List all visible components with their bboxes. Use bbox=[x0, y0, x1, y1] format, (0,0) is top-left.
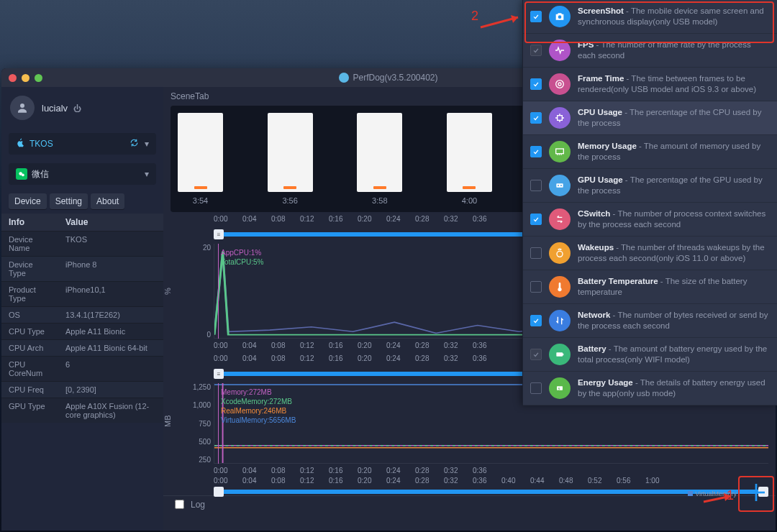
metric-text: Wakeups - The number of threads wakeups … bbox=[578, 242, 768, 264]
tick: 0:12 bbox=[300, 215, 329, 223]
metric-row-frame-time[interactable]: Frame Time - The time between frames to … bbox=[523, 68, 777, 101]
tab-about[interactable]: About bbox=[91, 193, 124, 209]
metric-row-wakeups[interactable]: Wakeups - The number of threads wakeups … bbox=[523, 237, 777, 270]
tick: 0:12 bbox=[300, 467, 329, 477]
metric-checkbox[interactable] bbox=[530, 281, 542, 293]
add-metric-button[interactable] bbox=[742, 479, 770, 506]
y-axis-label: MB bbox=[163, 416, 172, 428]
tick: 0:00 bbox=[214, 477, 242, 485]
pulse-icon bbox=[549, 40, 571, 61]
info-value: [0, 2390] bbox=[58, 382, 163, 398]
metric-checkbox[interactable] bbox=[530, 315, 542, 326]
tick: 0:16 bbox=[329, 467, 358, 477]
annotation-label-2: 2 bbox=[471, 9, 478, 24]
svg-rect-12 bbox=[556, 149, 564, 154]
metric-checkbox[interactable] bbox=[530, 45, 542, 56]
metric-text: Energy Usage - The details of battery en… bbox=[578, 377, 768, 399]
metric-row-battery-temperature[interactable]: Battery Temperature - The size of the ba… bbox=[523, 270, 777, 304]
chart-cursor[interactable] bbox=[218, 244, 219, 339]
app-selector[interactable]: 微信 ▾ bbox=[9, 163, 156, 185]
metric-row-gpu-usage[interactable]: GPU Usage - The percentage of the GPU us… bbox=[523, 169, 777, 203]
tick: 0:32 bbox=[444, 467, 473, 477]
metric-checkbox[interactable] bbox=[530, 78, 542, 90]
metric-checkbox[interactable] bbox=[530, 214, 542, 225]
tick: 0:56 bbox=[617, 477, 645, 485]
metric-checkbox[interactable] bbox=[530, 382, 542, 394]
metric-checkbox[interactable] bbox=[530, 247, 542, 259]
chart-cursor[interactable] bbox=[218, 383, 219, 464]
timeline-handle[interactable]: ≡ bbox=[214, 229, 224, 239]
metric-row-screenshot[interactable]: ScreenShot - The mobile device same scre… bbox=[523, 0, 777, 34]
metric-text: FPS - The number of frame rate by the pr… bbox=[578, 40, 768, 61]
tick: 0:16 bbox=[329, 341, 358, 352]
app-logo-icon bbox=[339, 73, 349, 83]
wake-icon bbox=[549, 242, 571, 264]
screenshot-thumb[interactable] bbox=[178, 113, 223, 192]
tick: 0:16 bbox=[329, 215, 358, 223]
tick: 0:00 bbox=[214, 341, 242, 352]
tick: 0:32 bbox=[444, 215, 473, 223]
tick: 0:36 bbox=[473, 354, 501, 362]
tick: 0:36 bbox=[473, 467, 501, 477]
metric-row-cpu-usage[interactable]: CPU Usage - The percentage of the CPU us… bbox=[523, 101, 777, 135]
power-icon[interactable]: ⏻ bbox=[73, 104, 81, 113]
tick: 0:40 bbox=[501, 477, 530, 485]
tab-setting[interactable]: Setting bbox=[50, 193, 88, 209]
tick: 1:00 bbox=[645, 477, 674, 485]
tick: 0:24 bbox=[386, 467, 415, 477]
chevron-down-icon[interactable]: ▾ bbox=[145, 139, 149, 149]
refresh-icon[interactable] bbox=[130, 138, 139, 150]
timeline-ruler-bottom[interactable]: 0:000:040:080:120:160:200:240:280:320:36… bbox=[179, 477, 768, 495]
metric-checkbox[interactable] bbox=[530, 180, 542, 191]
screenshot-thumb[interactable] bbox=[268, 113, 313, 192]
tick: 0:04 bbox=[242, 341, 271, 352]
metric-checkbox[interactable] bbox=[530, 349, 542, 360]
screenshot-thumb[interactable] bbox=[357, 113, 402, 192]
tick: 0:12 bbox=[300, 341, 329, 352]
table-row: OS13.4.1(17E262) bbox=[1, 307, 163, 324]
tick: 0:12 bbox=[300, 477, 329, 485]
range-handle-left[interactable] bbox=[214, 487, 224, 497]
tick: 0:16 bbox=[329, 477, 358, 485]
metric-checkbox[interactable] bbox=[530, 112, 542, 124]
metric-row-battery[interactable]: Battery - The amount of battery energy u… bbox=[523, 338, 777, 372]
thumb-time: 3:56 bbox=[268, 196, 313, 205]
tick: 0:08 bbox=[271, 354, 300, 362]
tick: 0:32 bbox=[444, 341, 473, 352]
metric-checkbox[interactable] bbox=[530, 146, 542, 157]
screenshot-thumb[interactable] bbox=[447, 113, 492, 192]
metric-row-network[interactable]: Network - The number of bytes received o… bbox=[523, 304, 777, 338]
svg-rect-19 bbox=[557, 386, 563, 390]
tick: 0:28 bbox=[415, 341, 444, 352]
chevron-down-icon[interactable]: ▾ bbox=[145, 169, 149, 179]
tick: 0:00 bbox=[214, 354, 242, 362]
info-value: iPhone 8 bbox=[58, 257, 163, 282]
metric-row-cswitch[interactable]: CSwitch - The number of process context … bbox=[523, 203, 777, 237]
tick: 0:08 bbox=[271, 467, 300, 477]
metric-text: Battery Temperature - The size of the ba… bbox=[578, 276, 768, 298]
info-header-key: Info bbox=[1, 214, 58, 231]
svg-point-15 bbox=[560, 185, 562, 186]
app-selector-label: 微信 bbox=[32, 168, 49, 180]
table-row: CPU CoreNum6 bbox=[1, 357, 163, 382]
tick: 0:12 bbox=[300, 354, 329, 362]
metric-row-energy-usage[interactable]: Energy Usage - The details of battery en… bbox=[523, 372, 777, 405]
tab-device[interactable]: Device bbox=[9, 193, 47, 209]
tick: 0:04 bbox=[242, 467, 271, 477]
info-value: 6 bbox=[58, 357, 163, 382]
avatar[interactable] bbox=[10, 96, 35, 120]
info-key: GPU Type bbox=[1, 398, 58, 423]
tick: 0:00 bbox=[214, 467, 242, 477]
tick: 0:04 bbox=[242, 215, 271, 223]
tick: 0:24 bbox=[386, 477, 415, 485]
metric-row-memory-usage[interactable]: Memory Usage - The amount of memory used… bbox=[523, 135, 777, 169]
temp-icon bbox=[549, 276, 571, 298]
metric-row-fps[interactable]: FPS - The number of frame rate by the pr… bbox=[523, 34, 777, 68]
tick: 0:28 bbox=[415, 215, 444, 223]
metric-checkbox[interactable] bbox=[530, 11, 542, 22]
username: lucialv ⏻ bbox=[42, 103, 81, 114]
device-selector[interactable]: TKOS ▾ bbox=[9, 133, 156, 155]
timeline-handle[interactable]: ≡ bbox=[214, 369, 224, 379]
frame-icon bbox=[549, 73, 571, 95]
log-checkbox[interactable] bbox=[175, 500, 184, 509]
